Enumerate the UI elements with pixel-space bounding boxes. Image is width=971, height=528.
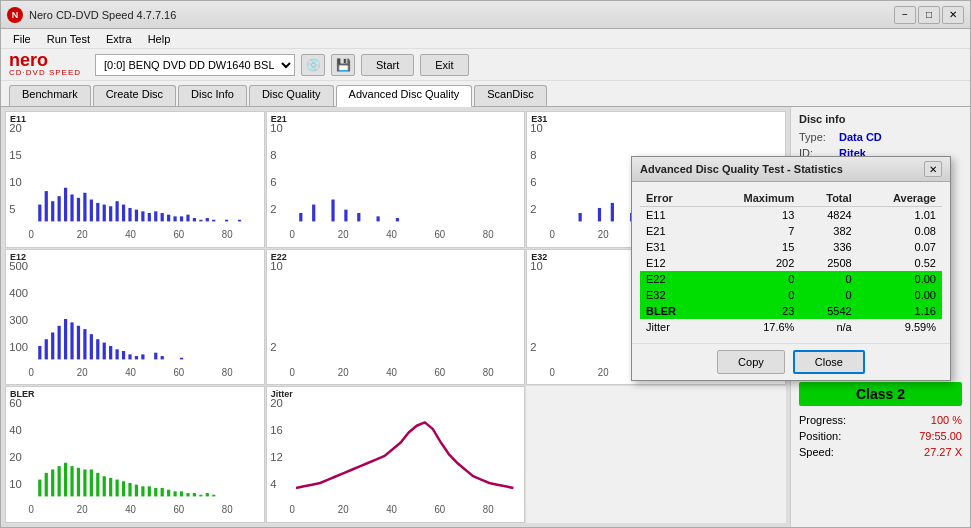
menu-run-test[interactable]: Run Test bbox=[39, 32, 98, 46]
menu-file[interactable]: File bbox=[5, 32, 39, 46]
svg-text:40: 40 bbox=[125, 504, 136, 515]
close-button[interactable]: ✕ bbox=[942, 6, 964, 24]
chart-jitter-svg: 20 16 12 4 0 20 40 60 80 bbox=[267, 387, 525, 522]
svg-rect-127 bbox=[70, 466, 73, 496]
window-title: Nero CD-DVD Speed 4.7.7.16 bbox=[29, 9, 176, 21]
svg-rect-131 bbox=[96, 473, 99, 497]
exit-button[interactable]: Exit bbox=[420, 54, 468, 76]
maximize-button[interactable]: □ bbox=[918, 6, 940, 24]
tab-disc-quality[interactable]: Disc Quality bbox=[249, 85, 334, 106]
svg-rect-22 bbox=[122, 205, 125, 222]
speed-row-progress: Speed: 27.27 X bbox=[799, 446, 962, 458]
menu-extra[interactable]: Extra bbox=[98, 32, 140, 46]
tab-disc-info[interactable]: Disc Info bbox=[178, 85, 247, 106]
svg-rect-146 bbox=[193, 493, 196, 496]
svg-rect-36 bbox=[212, 220, 215, 222]
window-controls: − □ ✕ bbox=[894, 6, 964, 24]
svg-rect-138 bbox=[141, 487, 144, 497]
svg-rect-80 bbox=[45, 339, 48, 359]
svg-text:8: 8 bbox=[531, 149, 537, 161]
stat-row-avg: 0.08 bbox=[858, 223, 942, 239]
stat-row-avg: 9.59% bbox=[858, 319, 942, 335]
tab-benchmark[interactable]: Benchmark bbox=[9, 85, 91, 106]
minimize-button[interactable]: − bbox=[894, 6, 916, 24]
chart-e12: E12 500 400 300 100 0 20 40 60 80 bbox=[5, 249, 265, 386]
stat-row-name: E11 bbox=[640, 207, 704, 224]
stat-row-name: E12 bbox=[640, 255, 704, 271]
save-icon-button[interactable]: 💾 bbox=[331, 54, 355, 76]
svg-rect-28 bbox=[161, 213, 164, 221]
svg-rect-20 bbox=[109, 206, 112, 221]
dialog-close-x-button[interactable]: ✕ bbox=[924, 161, 942, 177]
svg-rect-143 bbox=[173, 492, 176, 497]
svg-rect-35 bbox=[206, 218, 209, 221]
stat-row-max: 13 bbox=[704, 207, 800, 224]
dialog-title-bar: Advanced Disc Quality Test - Statistics … bbox=[632, 157, 950, 182]
stat-row-total: 2508 bbox=[800, 255, 857, 271]
svg-rect-98 bbox=[180, 357, 183, 359]
svg-rect-82 bbox=[58, 325, 61, 359]
svg-rect-66 bbox=[611, 203, 614, 222]
position-label: Position: bbox=[799, 430, 841, 442]
chart-empty bbox=[526, 386, 786, 523]
title-bar: N Nero CD-DVD Speed 4.7.7.16 − □ ✕ bbox=[1, 1, 970, 29]
svg-rect-51 bbox=[344, 210, 347, 222]
svg-rect-95 bbox=[135, 356, 138, 359]
svg-rect-30 bbox=[173, 216, 176, 221]
svg-rect-86 bbox=[83, 329, 86, 359]
chart-jitter-title: Jitter bbox=[271, 389, 293, 399]
start-button[interactable]: Start bbox=[361, 54, 414, 76]
chart-e21: E21 10 8 6 2 0 20 40 60 80 bbox=[266, 111, 526, 248]
svg-text:0: 0 bbox=[550, 229, 556, 240]
svg-rect-26 bbox=[148, 213, 151, 221]
svg-text:0: 0 bbox=[550, 367, 556, 378]
svg-rect-81 bbox=[51, 332, 54, 359]
svg-rect-37 bbox=[225, 220, 228, 222]
menu-help[interactable]: Help bbox=[140, 32, 179, 46]
stat-row-total: n/a bbox=[800, 319, 857, 335]
tab-scan-disc[interactable]: ScanDisc bbox=[474, 85, 546, 106]
svg-rect-96 bbox=[141, 354, 144, 359]
svg-text:20: 20 bbox=[598, 367, 609, 378]
chart-e11-svg: 20 15 10 5 0 20 40 60 80 bbox=[6, 112, 264, 247]
stat-row-total: 4824 bbox=[800, 207, 857, 224]
svg-rect-50 bbox=[331, 200, 334, 222]
stat-row-avg: 0.07 bbox=[858, 239, 942, 255]
svg-rect-136 bbox=[128, 483, 131, 496]
type-value: Data CD bbox=[839, 131, 882, 143]
close-dialog-button[interactable]: Close bbox=[793, 350, 865, 374]
svg-rect-15 bbox=[77, 198, 80, 222]
svg-rect-90 bbox=[109, 346, 112, 359]
tab-create-disc[interactable]: Create Disc bbox=[93, 85, 176, 106]
col-maximum: Maximum bbox=[704, 190, 800, 207]
svg-text:0: 0 bbox=[289, 504, 295, 515]
speed-label: Speed: bbox=[799, 446, 834, 458]
disc-icon-button[interactable]: 💿 bbox=[301, 54, 325, 76]
svg-rect-14 bbox=[70, 194, 73, 221]
copy-button[interactable]: Copy bbox=[717, 350, 785, 374]
chart-e11: E11 20 15 10 5 0 20 40 60 80 bbox=[5, 111, 265, 248]
stat-row-max: 0 bbox=[704, 271, 800, 287]
class-badge: Class 2 bbox=[799, 382, 962, 406]
svg-rect-12 bbox=[58, 196, 61, 221]
svg-text:2: 2 bbox=[270, 340, 276, 352]
tab-advanced-disc-quality[interactable]: Advanced Disc Quality bbox=[336, 85, 473, 107]
position-row: Position: 79:55.00 bbox=[799, 430, 962, 442]
svg-rect-38 bbox=[238, 220, 241, 222]
progress-row: Progress: 100 % bbox=[799, 414, 962, 426]
nero-logo-area: nero CD·DVD SPEED bbox=[9, 51, 81, 78]
chart-bler: BLER 60 40 20 10 0 20 40 60 80 bbox=[5, 386, 265, 523]
statistics-dialog: Advanced Disc Quality Test - Statistics … bbox=[631, 156, 951, 381]
svg-text:60: 60 bbox=[173, 229, 184, 240]
svg-text:80: 80 bbox=[222, 229, 233, 240]
svg-text:0: 0 bbox=[29, 229, 35, 240]
svg-rect-52 bbox=[357, 213, 360, 221]
svg-rect-65 bbox=[598, 208, 601, 221]
svg-rect-83 bbox=[64, 319, 67, 359]
drive-selector[interactable]: [0:0] BENQ DVD DD DW1640 BSLB bbox=[95, 54, 295, 76]
svg-text:2: 2 bbox=[531, 203, 537, 215]
svg-text:40: 40 bbox=[386, 229, 397, 240]
stat-row-name: Jitter bbox=[640, 319, 704, 335]
chart-e12-svg: 500 400 300 100 0 20 40 60 80 bbox=[6, 250, 264, 385]
svg-rect-97 bbox=[161, 356, 164, 359]
